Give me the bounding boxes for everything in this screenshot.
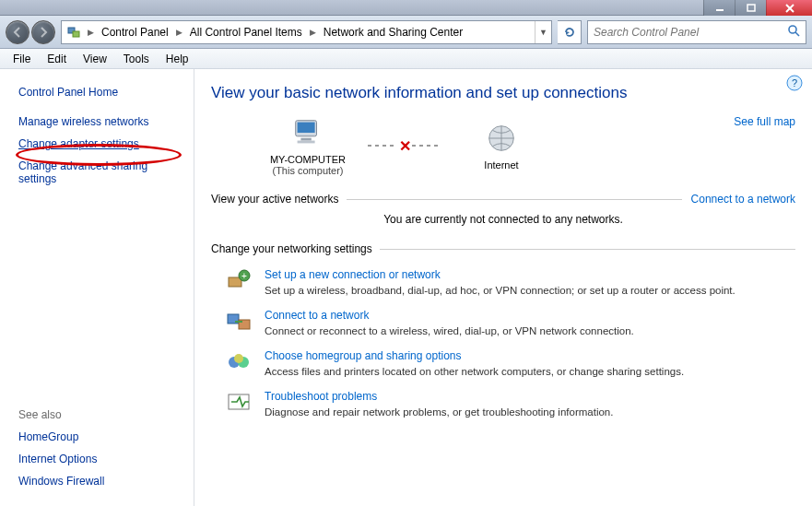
see-also-homegroup[interactable]: HomeGroup — [18, 430, 78, 443]
network-node-internet: Internet — [451, 121, 552, 171]
connect-network-link[interactable]: Connect to a network — [682, 193, 795, 206]
task-desc: Set up a wireless, broadband, dial-up, a… — [265, 285, 795, 296]
svg-line-7 — [795, 32, 799, 36]
refresh-button[interactable] — [558, 20, 582, 44]
menu-tools[interactable]: Tools — [116, 51, 157, 67]
task-desc: Access files and printers located on oth… — [265, 366, 795, 377]
network-node-computer: MY-COMPUTER (This computer) — [257, 115, 359, 176]
minimize-button[interactable] — [703, 0, 735, 16]
svg-rect-1 — [747, 5, 755, 11]
sidebar: Control Panel Home Manage wireless netwo… — [0, 69, 194, 506]
menu-help[interactable]: Help — [159, 51, 196, 67]
breadcrumb-item[interactable]: Network and Sharing Center — [318, 21, 468, 43]
breadcrumb-item[interactable]: Control Panel — [96, 21, 174, 43]
x-icon: ✕ — [397, 138, 412, 153]
menu-file[interactable]: File — [6, 51, 38, 67]
troubleshoot-icon — [226, 390, 252, 416]
search-box[interactable] — [587, 20, 806, 44]
breadcrumb-item[interactable]: All Control Panel Items — [184, 21, 308, 43]
close-button[interactable] — [766, 0, 812, 16]
task-list: + Set up a new connection or network Set… — [211, 268, 795, 418]
section-label: View your active networks — [211, 193, 339, 206]
task-title-link[interactable]: Troubleshoot problems — [265, 390, 377, 403]
homegroup-icon — [226, 349, 252, 375]
section-change-settings: Change your networking settings — [211, 242, 795, 255]
body: Control Panel Home Manage wireless netwo… — [0, 69, 812, 506]
search-icon — [787, 24, 800, 41]
chevron-right-icon: ▶ — [174, 28, 184, 37]
chevron-right-icon: ▶ — [86, 28, 96, 37]
node-label: MY-COMPUTER — [270, 154, 346, 165]
sidebar-link-wireless[interactable]: Manage wireless networks — [18, 115, 148, 128]
connect-network-icon — [226, 309, 252, 335]
computer-icon — [290, 115, 325, 150]
help-icon[interactable]: ? — [786, 75, 803, 91]
network-icon — [65, 24, 82, 41]
network-map: MY-COMPUTER (This computer) ✕ Internet — [257, 115, 786, 176]
svg-point-6 — [789, 26, 796, 33]
svg-rect-5 — [73, 31, 79, 37]
sidebar-link-adapter[interactable]: Change adapter settings — [18, 137, 139, 150]
see-also-internet-options[interactable]: Internet Options — [18, 453, 97, 465]
chevron-right-icon: ▶ — [308, 28, 318, 37]
task-title-link[interactable]: Set up a new connection or network — [265, 268, 441, 281]
svg-rect-13 — [298, 141, 315, 144]
back-button[interactable] — [6, 20, 29, 44]
node-sublabel: (This computer) — [272, 165, 343, 176]
node-label: Internet — [484, 159, 518, 171]
svg-text:?: ? — [792, 77, 797, 88]
window-controls — [703, 0, 812, 16]
maximize-button[interactable] — [735, 0, 766, 16]
see-also-firewall[interactable]: Windows Firewall — [18, 475, 104, 488]
task-title-link[interactable]: Connect to a network — [265, 309, 369, 322]
address-dropdown[interactable]: ▼ — [535, 21, 551, 43]
page-title: View your basic network information and … — [211, 84, 795, 102]
no-networks-message: You are currently not connected to any n… — [211, 213, 795, 226]
content: ? View your basic network information an… — [194, 69, 812, 506]
svg-rect-12 — [300, 138, 311, 141]
svg-text:+: + — [241, 271, 247, 281]
svg-rect-11 — [298, 123, 315, 133]
control-panel-home-link[interactable]: Control Panel Home — [18, 86, 182, 99]
task-desc: Connect or reconnect to a wireless, wire… — [265, 325, 795, 336]
task-desc: Diagnose and repair network problems, or… — [265, 406, 795, 418]
task-setup-connection: + Set up a new connection or network Set… — [226, 268, 795, 296]
forward-button[interactable] — [31, 20, 55, 44]
menu-view[interactable]: View — [76, 51, 114, 67]
sidebar-link-sharing[interactable]: Change advanced sharing settings — [18, 159, 182, 185]
section-active-networks: View your active networks Connect to a n… — [211, 193, 795, 206]
svg-point-22 — [234, 354, 243, 363]
address-bar[interactable]: ▶ Control Panel ▶ All Control Panel Item… — [61, 20, 552, 44]
search-input[interactable] — [594, 26, 787, 39]
globe-icon — [484, 121, 519, 156]
titlebar — [0, 0, 812, 16]
section-label: Change your networking settings — [211, 242, 372, 255]
task-homegroup: Choose homegroup and sharing options Acc… — [226, 349, 795, 377]
task-troubleshoot: Troubleshoot problems Diagnose and repai… — [226, 390, 795, 418]
setup-connection-icon: + — [226, 268, 252, 294]
task-title-link[interactable]: Choose homegroup and sharing options — [265, 349, 461, 362]
menu-edit[interactable]: Edit — [40, 51, 74, 67]
connection-broken: ✕ — [368, 145, 441, 147]
menubar: File Edit View Tools Help — [0, 49, 812, 69]
navbar: ▶ Control Panel ▶ All Control Panel Item… — [0, 16, 812, 49]
window: ▶ Control Panel ▶ All Control Panel Item… — [0, 0, 812, 506]
task-connect-network: Connect to a network Connect or reconnec… — [226, 309, 795, 336]
see-also-label: See also — [18, 408, 182, 421]
